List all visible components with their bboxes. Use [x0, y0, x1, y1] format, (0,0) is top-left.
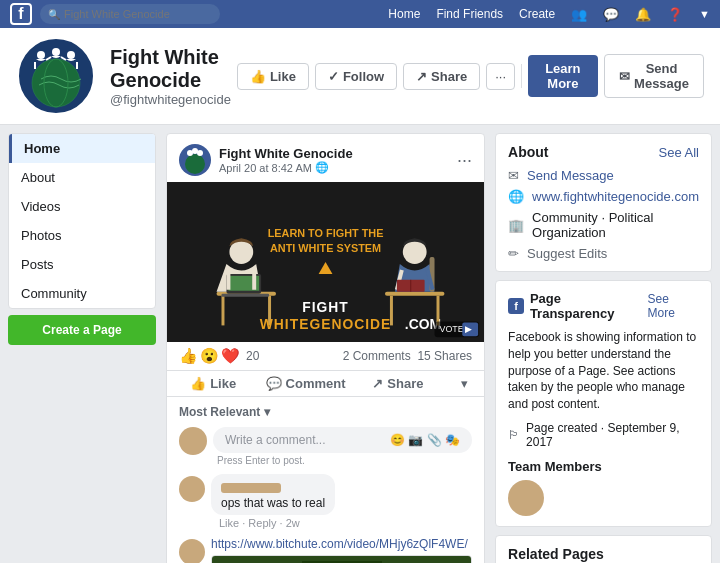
website-icon: 🌐: [508, 189, 524, 204]
svg-text:LEARN TO FIGHT THE: LEARN TO FIGHT THE: [268, 227, 384, 239]
message-about-icon: ✉: [508, 168, 519, 183]
comment-link[interactable]: https://www.bitchute.com/video/MHjy6zQlF…: [211, 537, 472, 551]
comment-row: ops that was to real Like · Reply · 2w: [179, 474, 472, 529]
related-pages-title: Related Pages: [508, 546, 699, 562]
post-more-icon[interactable]: ···: [457, 150, 472, 171]
action-buttons-row: 👍 Like 💬 Comment ↗ Share ▾: [167, 371, 484, 397]
share-button[interactable]: ↗ Share: [403, 63, 480, 90]
about-website[interactable]: 🌐 www.fightwhitegenocide.com: [508, 189, 699, 204]
thumbsup-icon: 👍: [250, 69, 266, 84]
commenter-avatar: [179, 476, 205, 502]
about-card: About See All ✉ Send Message 🌐 www.fight…: [495, 133, 712, 272]
send-message-button[interactable]: ✉ Send Message: [604, 54, 704, 98]
sidebar-item-community[interactable]: Community: [9, 279, 155, 308]
svg-point-5: [67, 51, 75, 59]
more-actions-button[interactable]: ···: [486, 63, 515, 90]
sidebar-item-about[interactable]: About: [9, 163, 155, 192]
chevron-down-icon[interactable]: ▼: [699, 8, 710, 20]
team-member-avatar[interactable]: [508, 480, 544, 516]
share-icon: ↗: [416, 69, 427, 84]
svg-text:▶: ▶: [465, 324, 472, 334]
about-send-message[interactable]: ✉ Send Message: [508, 168, 699, 183]
search-input[interactable]: [64, 8, 212, 20]
comments-sort[interactable]: Most Relevant ▾: [179, 405, 472, 419]
edit-icon: ✏: [508, 246, 519, 261]
comment-user-avatar: [179, 427, 207, 455]
people-icon[interactable]: 👥: [571, 7, 587, 22]
sidebar-item-videos[interactable]: Videos: [9, 192, 155, 221]
see-all-link[interactable]: See All: [659, 145, 699, 160]
comment-row-2: https://www.bitchute.com/video/MHjy6zQlF…: [179, 537, 472, 563]
svg-rect-21: [221, 294, 269, 297]
learn-more-button[interactable]: Learn More: [528, 55, 598, 97]
home-nav-link[interactable]: Home: [388, 7, 420, 21]
like-button[interactable]: 👍 Like: [237, 63, 309, 90]
sidebar-item-posts[interactable]: Posts: [9, 250, 155, 279]
profile-picture: [16, 36, 96, 116]
page-transparency-card: f Page Transparency See More Facebook is…: [495, 280, 712, 527]
create-page-button[interactable]: Create a Page: [8, 315, 156, 345]
bell-icon[interactable]: 🔔: [635, 7, 651, 22]
team-members-label: Team Members: [508, 459, 699, 474]
comment-input[interactable]: Write a comment... 😊 📷 📎 🎭: [213, 427, 472, 453]
facebook-logo[interactable]: f: [10, 3, 32, 25]
create-nav-link[interactable]: Create: [519, 7, 555, 21]
like-reaction-icon: 👍: [179, 347, 198, 365]
see-more-link[interactable]: See More: [648, 292, 699, 320]
commenter-avatar-2: [179, 539, 205, 563]
sidebar-item-photos[interactable]: Photos: [9, 221, 155, 250]
follow-button[interactable]: ✓ Follow: [315, 63, 397, 90]
about-category: 🏢 Community · Political Organization: [508, 210, 699, 240]
post-image: LEARN TO FIGHT THE ANTI WHITE SYSTEM FIG…: [167, 182, 484, 342]
reaction-count: 20: [246, 349, 259, 363]
svg-point-10: [185, 154, 205, 174]
more-action-button[interactable]: ▾: [444, 371, 484, 396]
messenger-icon[interactable]: 💬: [603, 7, 619, 22]
commenter-name[interactable]: [221, 483, 281, 493]
comment-input-hint: Press Enter to post.: [213, 455, 472, 466]
post-time: April 20 at 8:42 AM 🌐: [219, 161, 457, 174]
search-icon: 🔍: [48, 9, 60, 20]
reactions-bar: 👍 😮 ❤️ 20 2 Comments 15 Shares: [167, 342, 484, 371]
post-avatar: [179, 144, 211, 176]
comments-section: Most Relevant ▾ Write a comment... 😊 📷 📎…: [167, 397, 484, 563]
svg-text:ANTI WHITE SYSTEM: ANTI WHITE SYSTEM: [270, 242, 381, 254]
suggest-edits[interactable]: ✏ Suggest Edits: [508, 246, 699, 261]
page-handle: @fightwhitegenocide: [110, 92, 231, 107]
transparency-description: Facebook is showing information to help …: [508, 329, 699, 413]
sort-chevron-icon: ▾: [264, 405, 270, 419]
wow-reaction-icon: 😮: [200, 347, 219, 365]
post-page-name[interactable]: Fight White Genocide: [219, 146, 457, 161]
svg-rect-32: [437, 296, 440, 326]
svg-text:FIGHT: FIGHT: [302, 299, 349, 315]
find-friends-nav-link[interactable]: Find Friends: [436, 7, 503, 21]
link-preview-card[interactable]: An Idea is Like a 🌱 ℹ BITCHUTE.COM AshaL…: [211, 555, 472, 563]
svg-rect-30: [385, 292, 444, 296]
share-action-icon: ↗: [372, 376, 383, 391]
sidebar-nav: Home About Videos Photos Posts Community: [8, 133, 156, 309]
transparency-page-created: 🏳 Page created · September 9, 2017: [508, 421, 699, 449]
share-action-button[interactable]: ↗ Share: [352, 371, 444, 396]
team-members-section: Team Members: [508, 459, 699, 516]
like-action-button[interactable]: 👍 Like: [167, 371, 259, 396]
svg-rect-31: [390, 296, 393, 326]
comment-actions: Like · Reply · 2w: [211, 517, 335, 529]
related-pages-card: Related Pages 👤 White genocide. Interest…: [495, 535, 712, 563]
svg-rect-16: [221, 296, 224, 326]
facebook-logo-small: f: [508, 298, 524, 314]
heart-reaction-icon: ❤️: [221, 347, 240, 365]
post-card: Fight White Genocide April 20 at 8:42 AM…: [166, 133, 485, 563]
comment-action-button[interactable]: 💬 Comment: [259, 371, 351, 396]
svg-point-3: [37, 51, 45, 59]
page-name: Fight White Genocide: [110, 46, 231, 92]
comment-action-icon: 💬: [266, 376, 282, 391]
transparency-title: Page Transparency: [530, 291, 648, 321]
help-icon[interactable]: ❓: [667, 7, 683, 22]
globe-icon: 🌐: [315, 161, 329, 174]
comments-shares-count: 2 Comments 15 Shares: [343, 349, 472, 363]
like-action-icon: 👍: [190, 376, 206, 391]
follow-icon: ✓: [328, 69, 339, 84]
svg-text:VOTE: VOTE: [439, 324, 463, 334]
comment-text: ops that was to real: [221, 496, 325, 510]
sidebar-item-home[interactable]: Home: [9, 134, 155, 163]
